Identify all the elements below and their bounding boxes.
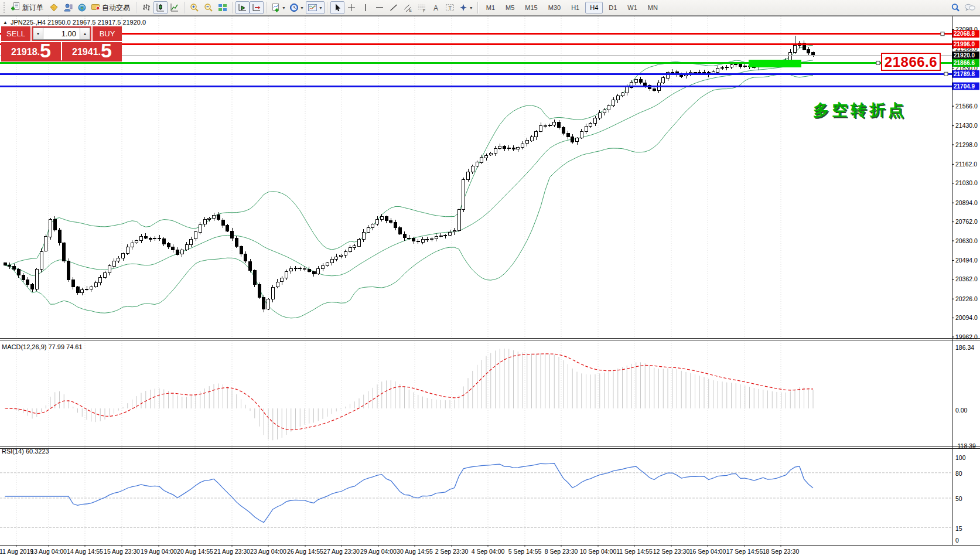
time-axis-label: 26 Aug 14:55 [287, 548, 323, 555]
autotrading-label: 自动交易 [102, 3, 130, 13]
auto-scroll-button[interactable] [235, 1, 250, 14]
search-icon[interactable] [948, 1, 962, 14]
timeframe-button-d1[interactable]: D1 [604, 2, 622, 13]
text-label-button[interactable]: T [443, 1, 457, 14]
horizontal-line-button[interactable] [373, 1, 387, 14]
timeframe-button-m5[interactable]: M5 [501, 2, 519, 13]
zoom-out-button[interactable] [202, 1, 216, 14]
line-handle[interactable] [944, 72, 948, 76]
equidistant-channel-button[interactable]: E [401, 1, 415, 14]
toolbar-separator [136, 2, 137, 13]
timeframe-button-m1[interactable]: M1 [482, 2, 500, 13]
svg-text:T: T [448, 5, 452, 11]
price-axis-tick: 19962.0 [955, 333, 978, 340]
arrow-objects-button[interactable]: ▼ [457, 1, 475, 14]
svg-text:F: F [423, 9, 425, 13]
time-axis-label: 29 Aug 04:00 [360, 548, 397, 555]
time-axis-label: 27 Aug 23:30 [323, 548, 360, 555]
price-tag-text: 21704.9 [954, 83, 975, 90]
timeframe-button-h4[interactable]: H4 [585, 2, 603, 13]
trendline-button[interactable] [387, 1, 401, 14]
text-button[interactable]: A [429, 1, 443, 14]
line-handle[interactable] [941, 32, 944, 36]
svg-text:A: A [433, 4, 438, 12]
cursor-button[interactable] [330, 1, 344, 14]
timeframe-button-h1[interactable]: H1 [566, 2, 584, 13]
rsi-indicator-label: RSI(14) 60.3223 [2, 448, 49, 455]
vertical-line-button[interactable] [358, 1, 373, 14]
time-axis-label: 5 Sep 14:55 [508, 548, 542, 555]
chart-canvas[interactable]: 22098.021966.021830.021566.021430.021298… [0, 16, 980, 559]
macd-axis-label: 0.00 [955, 407, 968, 414]
time-axis[interactable]: 11 Aug 201913 Aug 04:0014 Aug 14:5515 Au… [0, 545, 799, 555]
bar-chart-icon[interactable] [139, 1, 153, 14]
timeframe-button-w1[interactable]: W1 [623, 2, 642, 13]
sell-button[interactable]: SELL [1, 26, 32, 41]
buy-price-display[interactable]: 21941.5 [61, 42, 122, 60]
rsi-pane [0, 463, 952, 528]
volume-input[interactable]: 1.00 [43, 28, 80, 39]
time-axis-label: 13 Aug 04:00 [30, 548, 67, 555]
line-chart-icon[interactable] [168, 1, 182, 14]
toolbar-separator [266, 2, 267, 13]
indicator-template-button[interactable]: ▼ [306, 1, 325, 14]
price-axis-tick: 21430.0 [955, 122, 978, 129]
time-axis-label: 17 Sep 14:55 [726, 548, 763, 555]
price-tag-text: 21789.8 [954, 71, 975, 77]
toolbar-separator [327, 2, 328, 13]
chevron-down-icon: ▼ [319, 6, 323, 10]
gold-gem-icon[interactable] [47, 1, 61, 14]
time-axis-label: 21 Aug 23:30 [214, 548, 250, 555]
price-axis-tick: 21030.0 [955, 179, 978, 186]
price-axis-tick: 20494.0 [955, 257, 978, 264]
price-tag-text: 22068.8 [954, 30, 975, 37]
chart-window[interactable]: 22098.021966.021830.021566.021430.021298… [0, 16, 980, 559]
new-chart-button[interactable]: ▼ [269, 1, 288, 14]
autotrading-button[interactable]: 自动交易 [89, 1, 134, 14]
price-lines[interactable] [0, 34, 952, 86]
chart-shift-button[interactable] [250, 1, 264, 14]
time-axis-label: 20 Aug 14:55 [177, 548, 213, 555]
line-handle[interactable] [876, 61, 880, 64]
turning-point-annotation[interactable]: 多空转折点 [813, 100, 907, 121]
time-axis-label: 18 Sep 23:30 [763, 548, 800, 555]
toolbar-separator [477, 2, 479, 13]
collapse-panel-icon[interactable]: ▲ [3, 20, 8, 25]
rectangle-object[interactable] [749, 60, 801, 67]
autotrading-icon [91, 2, 100, 13]
timeframe-button-m15[interactable]: M15 [520, 2, 542, 13]
rsi-axis-label: 50 [955, 495, 962, 502]
rsi-axis-label: 15 [955, 525, 962, 532]
tile-windows-button[interactable] [216, 1, 230, 14]
volume-increase-button[interactable]: ▲ [80, 28, 90, 39]
chevron-down-icon: ▼ [469, 6, 473, 10]
timeframe-group: M1M5M15M30H1H4D1W1MN [481, 2, 663, 13]
rsi-axis-label: 100 [955, 454, 966, 461]
new-order-button[interactable]: 新订单 [9, 1, 47, 14]
price-tag-text: 21996.0 [954, 41, 975, 47]
time-axis-label: 30 Aug 14:55 [397, 548, 433, 555]
chat-icon[interactable] [962, 1, 978, 14]
zoom-in-button[interactable] [187, 1, 202, 14]
toolbar-separator [232, 2, 233, 13]
price-axis[interactable]: 22098.021966.021830.021566.021430.021298… [952, 16, 980, 559]
one-click-trading-panel: SELL ▼ 1.00 ▲ BUY 21918.5 21941.5 [1, 26, 122, 62]
signals-globe-icon[interactable] [75, 1, 89, 14]
sell-price-display[interactable]: 21918.5 [1, 42, 61, 60]
timeframe-button-mn[interactable]: MN [643, 2, 663, 13]
volume-decrease-button[interactable]: ▼ [33, 28, 43, 39]
candlestick-chart-icon[interactable] [153, 1, 168, 14]
time-axis-label: 16 Sep 04:00 [689, 548, 726, 555]
expert-advisor-icon[interactable] [61, 1, 75, 14]
price-tag-text: 21920.0 [954, 52, 975, 59]
timeframe-button-m30[interactable]: M30 [544, 2, 565, 13]
fibonacci-button[interactable]: F [415, 1, 429, 14]
chart-symbol-header: ▲ JPN225-,H4 21950.0 21967.5 21917.5 219… [3, 19, 146, 26]
price-axis-tick: 20894.0 [955, 199, 978, 206]
price-callout-label[interactable]: 21866.6 [881, 53, 941, 71]
crosshair-button[interactable] [344, 1, 358, 14]
time-axis-label: 11 Sep 14:55 [616, 548, 653, 555]
price-axis-tick: 20762.0 [955, 218, 978, 225]
timeframe-clock-button[interactable]: ▼ [288, 1, 306, 14]
symbol-ohlc-text: JPN225-,H4 21950.0 21967.5 21917.5 21920… [11, 19, 146, 26]
